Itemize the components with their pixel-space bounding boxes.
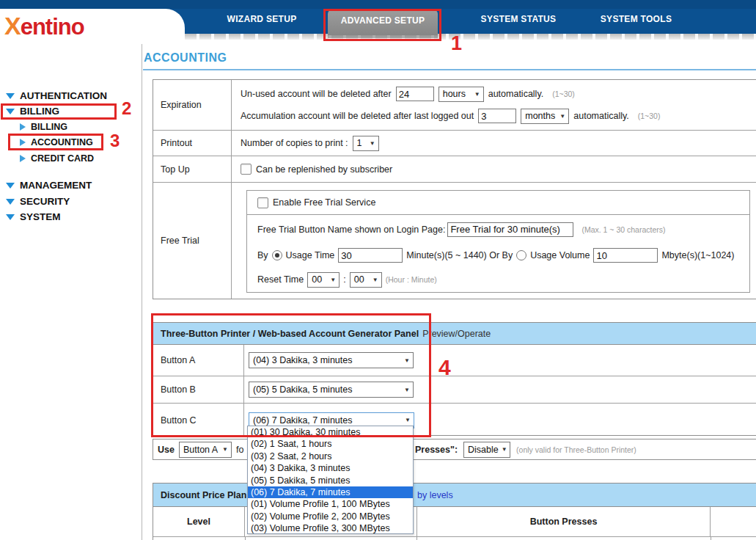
chevron-down-icon [6, 199, 15, 205]
select-value: months [525, 111, 555, 121]
expiration-unused-value-input[interactable] [396, 87, 434, 101]
title-underline [143, 69, 756, 70]
chevron-right-icon [20, 155, 26, 162]
accounting-settings-table: Expiration Un-used account will be delet… [153, 79, 756, 299]
select-value: 00 [312, 274, 322, 285]
reset-minute-select[interactable]: 00▼ [350, 272, 382, 288]
annotation-number-1: 1 [451, 32, 462, 55]
discount-header-row: Level Button Presses [153, 507, 756, 537]
brand-logo-x: X [4, 12, 21, 40]
free-trial-box: Enable Free Trial Service Free Trial But… [246, 190, 750, 293]
usage-time-input[interactable] [338, 248, 403, 263]
use-row-note: (only valid for Three-Button Printer) [516, 445, 636, 454]
dropdown-option-selected[interactable]: (06) 7 Dakika, 7 minutes [248, 486, 413, 498]
table-row: Top Up Can be replenished by subscriber [153, 156, 756, 183]
range-note: (1~30) [552, 90, 575, 98]
table-row: Expiration Un-used account will be delet… [153, 80, 756, 131]
by-label: By [257, 250, 268, 260]
expiration-unused-text: Un-used account will be deleted after [241, 89, 392, 99]
row-label: Expiration [153, 80, 232, 130]
brand-logo-text: entino [21, 14, 84, 40]
usage-time-label: Usage Time [286, 250, 335, 260]
sidebar-label: CREDIT CARD [31, 153, 94, 164]
usage-time-note: Minute(s)(5 ~ 1440) Or By [406, 250, 513, 260]
navbar-top-strip [0, 0, 756, 9]
free-trial-name-input[interactable] [447, 222, 573, 237]
select-value: 1 [357, 138, 362, 148]
dropdown-option[interactable]: (01) Volume Profile 1, 100 MBytes [248, 498, 413, 510]
free-trial-name-note: (Max. 1 ~ 30 characters) [581, 225, 665, 234]
dropdown-option[interactable]: (03) Volume Profile 3, 300 MBytes [248, 522, 413, 534]
usage-volume-radio[interactable] [516, 250, 526, 260]
dropdown-option[interactable]: (04) 3 Dakika, 3 minutes [248, 462, 413, 474]
row-label: Top Up [153, 156, 232, 182]
use-label: Use [158, 445, 175, 455]
annotation-box-1 [323, 9, 441, 41]
usage-volume-note: Mbyte(s)(1~1024) [661, 250, 734, 260]
topup-checkbox[interactable] [241, 164, 252, 175]
nav-system-tools[interactable]: SYSTEM TOOLS [590, 14, 682, 24]
use-text-fragment: fo [236, 445, 243, 455]
nav-system-status[interactable]: SYSTEM STATUS [469, 14, 568, 24]
annotation-number-4: 4 [438, 355, 451, 380]
expiration-unused-unit-select[interactable]: hours▼ [438, 87, 484, 102]
dropdown-option[interactable]: (03) 2 Saat, 2 hours [248, 450, 413, 462]
select-arrow-icon: ▼ [471, 91, 483, 98]
presses-text-fragment: Presses": [415, 445, 458, 455]
free-trial-enable-checkbox[interactable] [257, 197, 268, 208]
column-header-button-presses: Button Presses [530, 517, 598, 527]
expiration-accum-suffix: automatically. [573, 111, 629, 121]
free-trial-enable-label: Enable Free Trial Service [273, 197, 375, 208]
preview-operate-link[interactable]: Preview/Operate [422, 329, 491, 339]
dropdown-option[interactable]: (02) Volume Profile 2, 200 MBytes [248, 511, 413, 522]
printout-copies-text: Number of copies to print : [241, 138, 348, 148]
sidebar-item-system[interactable]: SYSTEM [6, 211, 61, 222]
table-row: Printout Number of copies to print : 1▼ [153, 131, 756, 156]
annotation-box-4 [151, 313, 431, 437]
brand-logo: Xentino [4, 13, 84, 40]
reset-time-label: Reset Time [257, 274, 304, 285]
expiration-accum-value-input[interactable] [478, 109, 516, 123]
sidebar-label: BILLING [31, 122, 67, 132]
nav-wizard-setup[interactable]: WIZARD SETUP [213, 14, 311, 24]
discount-title: Discount Price Plan [161, 490, 246, 500]
sidebar-item-credit-card[interactable]: CREDIT CARD [20, 153, 94, 164]
range-note: (1~30) [638, 112, 661, 120]
column-header-level: Level [187, 517, 210, 527]
reset-hour-select[interactable]: 00▼ [307, 272, 340, 288]
select-arrow-icon: ▼ [367, 140, 378, 147]
discount-price-plan-table: Discount Price Plan by levels Level Butt… [153, 483, 756, 540]
select-arrow-icon: ▼ [370, 277, 381, 283]
chevron-down-icon [6, 214, 15, 220]
sidebar-label: SYSTEM [20, 211, 61, 222]
sidebar-label: AUTHENTICATION [20, 90, 107, 101]
chevron-down-icon [6, 183, 15, 189]
sidebar-item-security[interactable]: SECURITY [6, 196, 70, 207]
usage-volume-input[interactable] [593, 248, 658, 263]
row-label: Printout [153, 131, 232, 156]
chevron-right-icon [20, 123, 26, 131]
expiration-accum-text: Accumulation account will be deleted aft… [241, 111, 474, 121]
annotation-number-3: 3 [110, 131, 120, 151]
by-levels-link[interactable]: by levels [417, 490, 453, 500]
sidebar-label: SECURITY [20, 196, 70, 207]
select-value: 00 [354, 274, 364, 285]
multi-press-disable-select[interactable]: Disable▼ [463, 442, 510, 458]
usage-time-radio[interactable] [272, 250, 282, 260]
discount-partial-row [153, 537, 756, 540]
row-label: Free Trial [153, 183, 232, 299]
sidebar-item-management[interactable]: MANAGEMENT [6, 180, 92, 191]
sidebar-item-authentication[interactable]: AUTHENTICATION [6, 90, 107, 101]
dropdown-option[interactable]: (05) 5 Dakika, 5 minutes [248, 475, 413, 486]
topup-checkbox-label: Can be replenished by subscriber [256, 164, 392, 175]
dropdown-option[interactable]: (02) 1 Saat, 1 hours [248, 438, 413, 450]
expiration-accum-unit-select[interactable]: months▼ [521, 109, 569, 124]
use-button-select[interactable]: Button A▼ [179, 442, 232, 458]
annotation-number-2: 2 [122, 98, 131, 119]
select-arrow-icon: ▼ [327, 277, 339, 283]
printout-copies-select[interactable]: 1▼ [353, 136, 379, 151]
select-value: Disable [468, 445, 499, 455]
discount-header: Discount Price Plan [153, 484, 756, 507]
page-title: ACCOUNTING [144, 51, 227, 65]
sidebar-item-billing-sub[interactable]: BILLING [20, 122, 67, 132]
